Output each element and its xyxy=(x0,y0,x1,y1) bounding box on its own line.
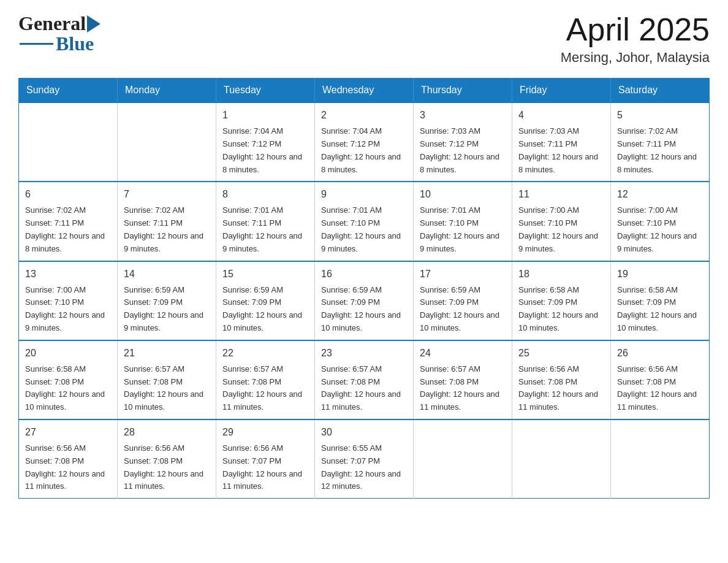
calendar-day-cell: 10Sunrise: 7:01 AMSunset: 7:10 PMDayligh… xyxy=(414,182,512,261)
day-of-week-header: Wednesday xyxy=(315,79,414,103)
day-sun-info: Sunrise: 6:56 AMSunset: 7:08 PMDaylight:… xyxy=(518,363,604,414)
day-sun-info: Sunrise: 7:00 AMSunset: 7:10 PMDaylight:… xyxy=(518,204,604,255)
calendar-day-cell: 30Sunrise: 6:55 AMSunset: 7:07 PMDayligh… xyxy=(315,419,414,499)
day-number: 5 xyxy=(617,108,703,123)
day-sun-info: Sunrise: 6:58 AMSunset: 7:09 PMDaylight:… xyxy=(617,284,703,335)
calendar-day-cell: 24Sunrise: 6:57 AMSunset: 7:08 PMDayligh… xyxy=(414,340,512,419)
day-sun-info: Sunrise: 7:02 AMSunset: 7:11 PMDaylight:… xyxy=(124,204,210,255)
logo-underline xyxy=(20,43,53,45)
calendar-day-cell: 28Sunrise: 6:56 AMSunset: 7:08 PMDayligh… xyxy=(118,419,216,499)
day-of-week-header: Sunday xyxy=(19,79,118,103)
day-number: 2 xyxy=(321,108,407,123)
calendar-day-cell: 16Sunrise: 6:59 AMSunset: 7:09 PMDayligh… xyxy=(315,261,414,340)
day-of-week-header: Monday xyxy=(118,79,216,103)
day-sun-info: Sunrise: 6:59 AMSunset: 7:09 PMDaylight:… xyxy=(420,284,506,335)
day-number: 25 xyxy=(518,346,604,361)
calendar-day-cell: 29Sunrise: 6:56 AMSunset: 7:07 PMDayligh… xyxy=(216,419,315,499)
day-sun-info: Sunrise: 6:57 AMSunset: 7:08 PMDaylight:… xyxy=(222,363,308,414)
day-number: 30 xyxy=(321,425,407,440)
day-sun-info: Sunrise: 6:59 AMSunset: 7:09 PMDaylight:… xyxy=(321,284,407,335)
day-number: 26 xyxy=(617,346,703,361)
day-sun-info: Sunrise: 7:00 AMSunset: 7:10 PMDaylight:… xyxy=(25,284,111,335)
day-number: 27 xyxy=(25,425,111,440)
day-number: 22 xyxy=(222,346,308,361)
day-sun-info: Sunrise: 6:55 AMSunset: 7:07 PMDaylight:… xyxy=(321,442,407,493)
day-number: 6 xyxy=(25,187,111,202)
day-sun-info: Sunrise: 7:04 AMSunset: 7:12 PMDaylight:… xyxy=(222,125,308,176)
calendar-day-cell: 22Sunrise: 6:57 AMSunset: 7:08 PMDayligh… xyxy=(216,340,315,419)
calendar-day-cell xyxy=(512,419,611,499)
calendar-day-cell: 11Sunrise: 7:00 AMSunset: 7:10 PMDayligh… xyxy=(512,182,611,261)
day-number: 11 xyxy=(518,187,604,202)
day-sun-info: Sunrise: 7:04 AMSunset: 7:12 PMDaylight:… xyxy=(321,125,407,176)
day-sun-info: Sunrise: 7:01 AMSunset: 7:10 PMDaylight:… xyxy=(420,204,506,255)
page-header: General Blue April 2025 Mersing, Johor, … xyxy=(18,12,710,66)
day-number: 18 xyxy=(518,267,604,282)
calendar-day-cell: 2Sunrise: 7:04 AMSunset: 7:12 PMDaylight… xyxy=(315,102,414,182)
day-sun-info: Sunrise: 7:02 AMSunset: 7:11 PMDaylight:… xyxy=(617,125,703,176)
calendar-day-cell: 14Sunrise: 6:59 AMSunset: 7:09 PMDayligh… xyxy=(118,261,216,340)
day-number: 15 xyxy=(222,267,308,282)
day-number: 7 xyxy=(124,187,210,202)
logo: General Blue xyxy=(18,12,100,55)
day-number: 10 xyxy=(420,187,506,202)
day-number: 23 xyxy=(321,346,407,361)
calendar-day-cell: 1Sunrise: 7:04 AMSunset: 7:12 PMDaylight… xyxy=(216,102,315,182)
day-of-week-header: Friday xyxy=(512,79,611,103)
calendar-day-cell: 7Sunrise: 7:02 AMSunset: 7:11 PMDaylight… xyxy=(118,182,216,261)
calendar-week-row: 6Sunrise: 7:02 AMSunset: 7:11 PMDaylight… xyxy=(19,182,710,261)
calendar-subtitle: Mersing, Johor, Malaysia xyxy=(561,50,710,66)
day-number: 9 xyxy=(321,187,407,202)
day-sun-info: Sunrise: 7:03 AMSunset: 7:11 PMDaylight:… xyxy=(518,125,604,176)
calendar-day-cell: 27Sunrise: 6:56 AMSunset: 7:08 PMDayligh… xyxy=(19,419,118,499)
day-sun-info: Sunrise: 6:56 AMSunset: 7:08 PMDaylight:… xyxy=(124,442,210,493)
day-number: 20 xyxy=(25,346,111,361)
calendar-day-cell xyxy=(19,102,118,182)
day-sun-info: Sunrise: 6:59 AMSunset: 7:09 PMDaylight:… xyxy=(124,284,210,335)
day-number: 13 xyxy=(25,267,111,282)
day-sun-info: Sunrise: 7:01 AMSunset: 7:11 PMDaylight:… xyxy=(222,204,308,255)
calendar-day-cell: 9Sunrise: 7:01 AMSunset: 7:10 PMDaylight… xyxy=(315,182,414,261)
day-sun-info: Sunrise: 7:02 AMSunset: 7:11 PMDaylight:… xyxy=(25,204,111,255)
day-number: 4 xyxy=(518,108,604,123)
day-sun-info: Sunrise: 6:56 AMSunset: 7:07 PMDaylight:… xyxy=(222,442,308,493)
day-number: 24 xyxy=(420,346,506,361)
calendar-day-cell: 8Sunrise: 7:01 AMSunset: 7:11 PMDaylight… xyxy=(216,182,315,261)
day-sun-info: Sunrise: 7:00 AMSunset: 7:10 PMDaylight:… xyxy=(617,204,703,255)
day-sun-info: Sunrise: 6:59 AMSunset: 7:09 PMDaylight:… xyxy=(222,284,308,335)
day-number: 8 xyxy=(222,187,308,202)
calendar-day-cell: 5Sunrise: 7:02 AMSunset: 7:11 PMDaylight… xyxy=(611,102,710,182)
day-number: 17 xyxy=(420,267,506,282)
calendar-day-cell: 3Sunrise: 7:03 AMSunset: 7:12 PMDaylight… xyxy=(414,102,512,182)
calendar-day-cell: 17Sunrise: 6:59 AMSunset: 7:09 PMDayligh… xyxy=(414,261,512,340)
day-number: 29 xyxy=(222,425,308,440)
calendar-day-cell xyxy=(611,419,710,499)
calendar-header-row: SundayMondayTuesdayWednesdayThursdayFrid… xyxy=(19,79,710,103)
day-sun-info: Sunrise: 7:03 AMSunset: 7:12 PMDaylight:… xyxy=(420,125,506,176)
calendar-week-row: 1Sunrise: 7:04 AMSunset: 7:12 PMDaylight… xyxy=(19,102,710,182)
day-sun-info: Sunrise: 6:57 AMSunset: 7:08 PMDaylight:… xyxy=(420,363,506,414)
day-number: 1 xyxy=(222,108,308,123)
day-number: 12 xyxy=(617,187,703,202)
calendar-day-cell: 20Sunrise: 6:58 AMSunset: 7:08 PMDayligh… xyxy=(19,340,118,419)
logo-arrow-icon xyxy=(87,15,100,35)
calendar-day-cell: 4Sunrise: 7:03 AMSunset: 7:11 PMDaylight… xyxy=(512,102,611,182)
day-of-week-header: Tuesday xyxy=(216,79,315,103)
calendar-title: April 2025 xyxy=(561,12,710,47)
logo-blue-text: Blue xyxy=(56,33,94,55)
day-sun-info: Sunrise: 6:58 AMSunset: 7:08 PMDaylight:… xyxy=(25,363,111,414)
day-sun-info: Sunrise: 6:56 AMSunset: 7:08 PMDaylight:… xyxy=(617,363,703,414)
calendar-day-cell: 19Sunrise: 6:58 AMSunset: 7:09 PMDayligh… xyxy=(611,261,710,340)
logo-general-text: General xyxy=(18,12,86,35)
day-sun-info: Sunrise: 6:56 AMSunset: 7:08 PMDaylight:… xyxy=(25,442,111,493)
calendar-day-cell: 23Sunrise: 6:57 AMSunset: 7:08 PMDayligh… xyxy=(315,340,414,419)
day-of-week-header: Thursday xyxy=(414,79,512,103)
day-number: 21 xyxy=(124,346,210,361)
calendar-day-cell: 21Sunrise: 6:57 AMSunset: 7:08 PMDayligh… xyxy=(118,340,216,419)
calendar-day-cell: 26Sunrise: 6:56 AMSunset: 7:08 PMDayligh… xyxy=(611,340,710,419)
calendar-table: SundayMondayTuesdayWednesdayThursdayFrid… xyxy=(18,78,710,499)
calendar-day-cell: 6Sunrise: 7:02 AMSunset: 7:11 PMDaylight… xyxy=(19,182,118,261)
day-number: 14 xyxy=(124,267,210,282)
day-sun-info: Sunrise: 7:01 AMSunset: 7:10 PMDaylight:… xyxy=(321,204,407,255)
day-sun-info: Sunrise: 6:57 AMSunset: 7:08 PMDaylight:… xyxy=(321,363,407,414)
